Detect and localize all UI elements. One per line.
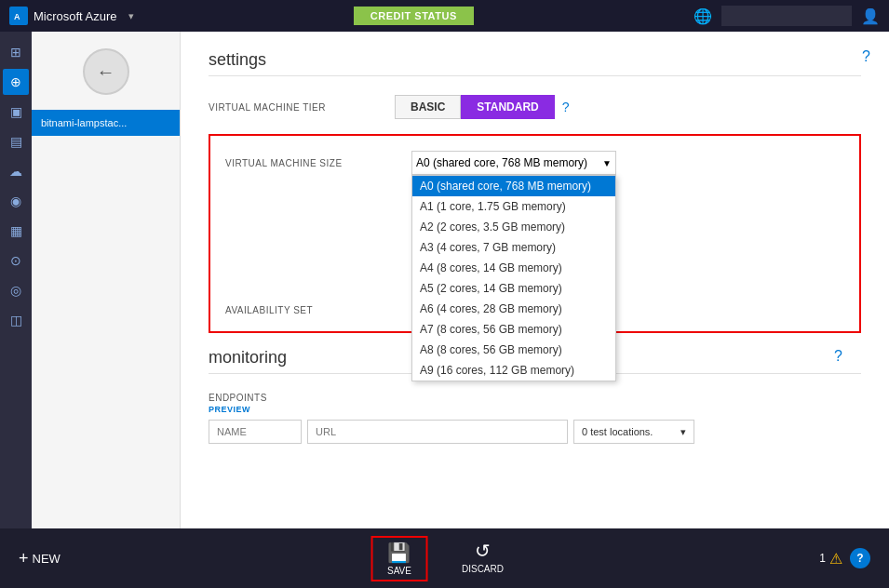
sidebar-icon-monitor[interactable]: ▣ (3, 99, 29, 125)
vm-tier-row: VIRTUAL MACHINE TIER BASIC STANDARD ? (209, 95, 861, 119)
help-button[interactable]: ? (850, 548, 870, 568)
vm-option-2[interactable]: A2 (2 cores, 3.5 GB memory) (412, 217, 615, 237)
endpoint-url-input[interactable] (307, 420, 568, 444)
main-layout: ⊞ ⊕ ▣ ▤ ☁ ◉ ▦ ⊙ ◎ ◫ ← bitnami-lampstac..… (0, 32, 889, 528)
settings-help-icon[interactable]: ? (862, 48, 870, 65)
vm-option-9[interactable]: A9 (16 cores, 112 GB memory) (412, 360, 615, 381)
new-button[interactable]: + NEW (19, 549, 61, 568)
svg-text:A: A (14, 12, 20, 21)
back-button-container: ← (32, 41, 180, 102)
vm-option-7[interactable]: A7 (8 cores, 56 GB memory) (412, 319, 615, 340)
vm-option-8[interactable]: A8 (8 cores, 56 GB memory) (412, 340, 615, 360)
save-action[interactable]: 💾 SAVE (370, 536, 428, 581)
vm-size-current-value: A0 (shared core, 768 MB memory) (416, 156, 602, 169)
azure-logo-icon: A (9, 7, 28, 25)
sidebar-icon-globe[interactable]: ⊕ (3, 69, 29, 95)
bottom-right: 1 ⚠ ? (819, 548, 870, 568)
vm-size-select[interactable]: A0 (shared core, 768 MB memory) ▼ (411, 151, 616, 175)
save-label: SAVE (387, 566, 411, 576)
sidebar-icon-media[interactable]: ◎ (3, 277, 29, 303)
endpoints-section: ENDPOINTS PREVIEW 0 test locations. ▾ (209, 393, 861, 444)
settings-section: settings VIRTUAL MACHINE TIER BASIC STAN… (209, 50, 861, 119)
basic-tier-button[interactable]: BASIC (395, 95, 461, 119)
sidebar-icon-cloud[interactable]: ☁ (3, 158, 29, 184)
new-label: NEW (33, 552, 61, 566)
warning-icon[interactable]: ⚠ (829, 550, 842, 568)
availability-set-label: AVAILABILITY SET (225, 305, 411, 315)
endpoint-name-input[interactable] (209, 420, 302, 444)
top-bar: A Microsoft Azure ▾ CREDIT STATUS 🌐 👤 (0, 0, 889, 32)
user-avatar[interactable]: 👤 (861, 7, 880, 25)
discard-label: DISCARD (462, 564, 504, 574)
save-icon: 💾 (387, 541, 411, 564)
content-area: ? settings VIRTUAL MACHINE TIER BASIC ST… (181, 32, 889, 528)
discard-icon: ↺ (475, 540, 491, 562)
tier-help-icon[interactable]: ? (562, 100, 570, 114)
new-plus-icon: + (19, 549, 29, 568)
vm-size-label: VIRTUAL MACHINE SIZE (225, 158, 411, 168)
credit-status-button[interactable]: CREDIT STATUS (354, 7, 474, 25)
bottom-bar: + NEW 💾 SAVE ↺ DISCARD 1 ⚠ ? (0, 528, 889, 588)
vm-option-6[interactable]: A6 (4 cores, 28 GB memory) (412, 299, 615, 319)
vm-option-4[interactable]: A4 (8 cores, 14 GB memory) (412, 258, 615, 278)
locations-dropdown-arrow: ▾ (680, 426, 686, 438)
preview-badge: PREVIEW (209, 405, 861, 414)
logo: A Microsoft Azure ▾ (9, 7, 134, 25)
vm-option-0[interactable]: A0 (shared core, 768 MB memory) (412, 176, 615, 196)
app-title: Microsoft Azure (34, 9, 117, 23)
vm-size-dropdown-arrow: ▼ (602, 158, 612, 168)
discard-action[interactable]: ↺ DISCARD (447, 536, 519, 581)
sidebar-icon-tablet[interactable]: ▤ (3, 128, 29, 154)
standard-tier-button[interactable]: STANDARD (461, 95, 554, 119)
vm-option-1[interactable]: A1 (1 core, 1.75 GB memory) (412, 196, 615, 217)
vm-size-dropdown-container: A0 (shared core, 768 MB memory) ▼ A0 (sh… (411, 151, 616, 175)
alert-badge: 1 ⚠ (819, 550, 842, 568)
vm-tier-label: VIRTUAL MACHINE TIER (209, 102, 395, 113)
alert-count: 1 (819, 552, 826, 565)
endpoints-label: ENDPOINTS (209, 393, 861, 403)
locations-value: 0 test locations. (582, 426, 653, 437)
sidebar-icon-document[interactable]: ◫ (3, 307, 29, 333)
bottom-actions: 💾 SAVE ↺ DISCARD (370, 536, 519, 581)
vm-option-5[interactable]: A5 (2 cores, 14 GB memory) (412, 278, 615, 299)
top-bar-right: 🌐 👤 (694, 6, 880, 26)
settings-title: settings (209, 50, 861, 70)
vm-size-row: VIRTUAL MACHINE SIZE A0 (shared core, 76… (225, 151, 844, 175)
sidebar-icon-storage[interactable]: ⊙ (3, 247, 29, 274)
monitoring-help-icon[interactable]: ? (834, 348, 842, 365)
search-input[interactable] (721, 6, 852, 26)
sidebar-icon-grid[interactable]: ⊞ (3, 39, 29, 65)
vm-size-availability-box: VIRTUAL MACHINE SIZE A0 (shared core, 76… (209, 134, 861, 333)
back-arrow-icon: ← (97, 61, 115, 83)
globe-icon[interactable]: 🌐 (694, 7, 712, 25)
vm-size-dropdown-list: A0 (shared core, 768 MB memory) A1 (1 co… (411, 175, 616, 381)
vm-list-item[interactable]: bitnami-lampstac... (32, 110, 180, 136)
tier-buttons: BASIC STANDARD (395, 95, 555, 119)
sidebar-secondary: ← bitnami-lampstac... (32, 32, 181, 528)
endpoint-locations-dropdown[interactable]: 0 test locations. ▾ (573, 420, 694, 444)
endpoints-input-row: 0 test locations. ▾ (209, 420, 861, 444)
vm-option-3[interactable]: A3 (4 cores, 7 GB memory) (412, 237, 615, 258)
sidebar-icons: ⊞ ⊕ ▣ ▤ ☁ ◉ ▦ ⊙ ◎ ◫ (0, 32, 32, 528)
sidebar-icon-table[interactable]: ▦ (3, 218, 29, 244)
back-button[interactable]: ← (83, 48, 129, 95)
settings-divider (209, 75, 861, 76)
sidebar-icon-database[interactable]: ◉ (3, 188, 29, 214)
